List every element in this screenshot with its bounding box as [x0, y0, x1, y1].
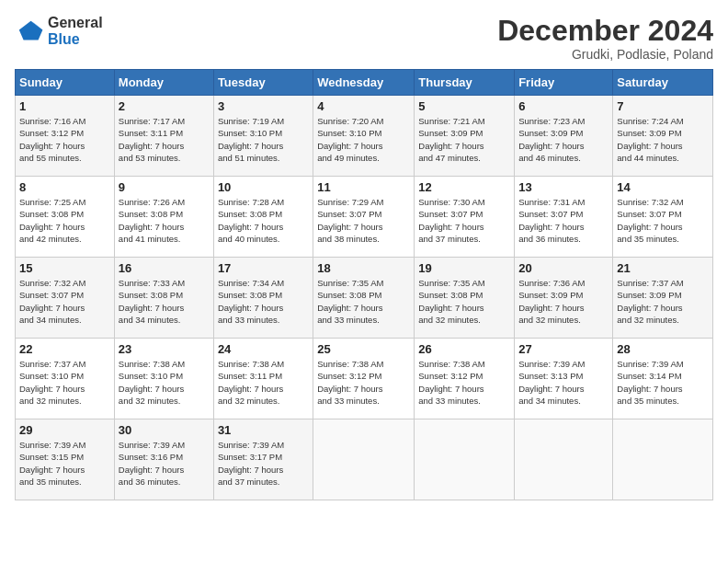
day-info: Sunrise: 7:37 AM Sunset: 3:09 PM Dayligh…	[617, 277, 709, 326]
day-info: Sunrise: 7:39 AM Sunset: 3:15 PM Dayligh…	[19, 439, 110, 488]
calendar-day-cell: 19Sunrise: 7:35 AM Sunset: 3:08 PM Dayli…	[415, 258, 515, 339]
calendar-day-cell: 8Sunrise: 7:25 AM Sunset: 3:08 PM Daylig…	[16, 177, 115, 258]
day-info: Sunrise: 7:32 AM Sunset: 3:07 PM Dayligh…	[617, 196, 709, 245]
calendar-day-cell: 25Sunrise: 7:38 AM Sunset: 3:12 PM Dayli…	[313, 339, 415, 419]
calendar-day-cell: 31Sunrise: 7:39 AM Sunset: 3:17 PM Dayli…	[213, 419, 313, 500]
day-info: Sunrise: 7:38 AM Sunset: 3:10 PM Dayligh…	[119, 358, 210, 407]
calendar-day-cell: 5Sunrise: 7:21 AM Sunset: 3:09 PM Daylig…	[415, 96, 515, 177]
calendar-day-cell: 11Sunrise: 7:29 AM Sunset: 3:07 PM Dayli…	[313, 177, 415, 258]
day-info: Sunrise: 7:39 AM Sunset: 3:14 PM Dayligh…	[617, 358, 709, 407]
day-number: 9	[119, 180, 210, 194]
calendar-day-cell: 14Sunrise: 7:32 AM Sunset: 3:07 PM Dayli…	[613, 177, 713, 258]
weekday-header: Wednesday	[313, 70, 415, 96]
day-number: 15	[19, 261, 110, 275]
calendar-day-cell: 12Sunrise: 7:30 AM Sunset: 3:07 PM Dayli…	[415, 177, 515, 258]
calendar-table: SundayMondayTuesdayWednesdayThursdayFrid…	[15, 69, 713, 500]
day-number: 2	[119, 99, 210, 113]
weekday-header: Thursday	[415, 70, 515, 96]
day-number: 10	[218, 180, 309, 194]
logo-text: General Blue	[48, 15, 103, 48]
day-info: Sunrise: 7:39 AM Sunset: 3:16 PM Dayligh…	[119, 439, 210, 488]
calendar-week-row: 8Sunrise: 7:25 AM Sunset: 3:08 PM Daylig…	[16, 177, 713, 258]
day-info: Sunrise: 7:34 AM Sunset: 3:08 PM Dayligh…	[218, 277, 309, 326]
header: General Blue December 2024 Grudki, Podla…	[15, 15, 713, 62]
day-number: 24	[218, 342, 309, 356]
day-info: Sunrise: 7:26 AM Sunset: 3:08 PM Dayligh…	[119, 196, 210, 245]
calendar-day-cell: 15Sunrise: 7:32 AM Sunset: 3:07 PM Dayli…	[16, 258, 115, 339]
calendar-day-cell: 7Sunrise: 7:24 AM Sunset: 3:09 PM Daylig…	[613, 96, 713, 177]
day-number: 31	[218, 423, 309, 437]
month-title: December 2024	[497, 15, 713, 47]
calendar-week-row: 1Sunrise: 7:16 AM Sunset: 3:12 PM Daylig…	[16, 96, 713, 177]
day-info: Sunrise: 7:16 AM Sunset: 3:12 PM Dayligh…	[19, 115, 110, 164]
day-number: 3	[218, 99, 309, 113]
location: Grudki, Podlasie, Poland	[497, 47, 713, 62]
weekday-header: Sunday	[16, 70, 115, 96]
day-info: Sunrise: 7:25 AM Sunset: 3:08 PM Dayligh…	[19, 196, 110, 245]
calendar-day-cell: 26Sunrise: 7:38 AM Sunset: 3:12 PM Dayli…	[415, 339, 515, 419]
page-container: General Blue December 2024 Grudki, Podla…	[0, 0, 728, 508]
day-info: Sunrise: 7:32 AM Sunset: 3:07 PM Dayligh…	[19, 277, 110, 326]
calendar-day-cell: 13Sunrise: 7:31 AM Sunset: 3:07 PM Dayli…	[515, 177, 613, 258]
day-info: Sunrise: 7:35 AM Sunset: 3:08 PM Dayligh…	[418, 277, 510, 326]
day-number: 17	[218, 261, 309, 275]
day-number: 8	[19, 180, 110, 194]
day-info: Sunrise: 7:39 AM Sunset: 3:17 PM Dayligh…	[218, 439, 309, 488]
weekday-header-row: SundayMondayTuesdayWednesdayThursdayFrid…	[16, 70, 713, 96]
day-info: Sunrise: 7:24 AM Sunset: 3:09 PM Dayligh…	[617, 115, 709, 164]
day-info: Sunrise: 7:35 AM Sunset: 3:08 PM Dayligh…	[317, 277, 410, 326]
day-number: 23	[119, 342, 210, 356]
calendar-day-cell: 18Sunrise: 7:35 AM Sunset: 3:08 PM Dayli…	[313, 258, 415, 339]
calendar-day-cell: 17Sunrise: 7:34 AM Sunset: 3:08 PM Dayli…	[213, 258, 313, 339]
calendar-day-cell: 23Sunrise: 7:38 AM Sunset: 3:10 PM Dayli…	[114, 339, 213, 419]
day-info: Sunrise: 7:39 AM Sunset: 3:13 PM Dayligh…	[518, 358, 609, 407]
day-info: Sunrise: 7:38 AM Sunset: 3:12 PM Dayligh…	[317, 358, 410, 407]
calendar-day-cell: 28Sunrise: 7:39 AM Sunset: 3:14 PM Dayli…	[613, 339, 713, 419]
calendar-day-cell: 2Sunrise: 7:17 AM Sunset: 3:11 PM Daylig…	[114, 96, 213, 177]
calendar-day-cell: 9Sunrise: 7:26 AM Sunset: 3:08 PM Daylig…	[114, 177, 213, 258]
title-area: December 2024 Grudki, Podlasie, Poland	[497, 15, 713, 62]
day-number: 19	[418, 261, 510, 275]
day-number: 30	[119, 423, 210, 437]
day-info: Sunrise: 7:29 AM Sunset: 3:07 PM Dayligh…	[317, 196, 410, 245]
day-number: 6	[518, 99, 609, 113]
day-info: Sunrise: 7:33 AM Sunset: 3:08 PM Dayligh…	[119, 277, 210, 326]
day-number: 14	[617, 180, 709, 194]
day-number: 16	[119, 261, 210, 275]
calendar-day-cell: 21Sunrise: 7:37 AM Sunset: 3:09 PM Dayli…	[613, 258, 713, 339]
calendar-day-cell: 22Sunrise: 7:37 AM Sunset: 3:10 PM Dayli…	[16, 339, 115, 419]
day-info: Sunrise: 7:17 AM Sunset: 3:11 PM Dayligh…	[119, 115, 210, 164]
day-number: 26	[418, 342, 510, 356]
day-number: 12	[418, 180, 510, 194]
day-number: 13	[518, 180, 609, 194]
day-info: Sunrise: 7:21 AM Sunset: 3:09 PM Dayligh…	[418, 115, 510, 164]
weekday-header: Tuesday	[213, 70, 313, 96]
calendar-day-cell	[613, 419, 713, 500]
calendar-day-cell	[313, 419, 415, 500]
day-info: Sunrise: 7:19 AM Sunset: 3:10 PM Dayligh…	[218, 115, 309, 164]
day-info: Sunrise: 7:36 AM Sunset: 3:09 PM Dayligh…	[518, 277, 609, 326]
calendar-day-cell: 1Sunrise: 7:16 AM Sunset: 3:12 PM Daylig…	[16, 96, 115, 177]
calendar-day-cell: 4Sunrise: 7:20 AM Sunset: 3:10 PM Daylig…	[313, 96, 415, 177]
day-number: 20	[518, 261, 609, 275]
day-number: 28	[617, 342, 709, 356]
day-number: 18	[317, 261, 410, 275]
day-number: 11	[317, 180, 410, 194]
calendar-day-cell: 10Sunrise: 7:28 AM Sunset: 3:08 PM Dayli…	[213, 177, 313, 258]
day-info: Sunrise: 7:31 AM Sunset: 3:07 PM Dayligh…	[518, 196, 609, 245]
day-number: 4	[317, 99, 410, 113]
calendar-day-cell: 30Sunrise: 7:39 AM Sunset: 3:16 PM Dayli…	[114, 419, 213, 500]
day-number: 5	[418, 99, 510, 113]
logo-icon	[15, 17, 44, 46]
day-info: Sunrise: 7:20 AM Sunset: 3:10 PM Dayligh…	[317, 115, 410, 164]
svg-marker-0	[19, 21, 43, 40]
day-info: Sunrise: 7:37 AM Sunset: 3:10 PM Dayligh…	[19, 358, 110, 407]
day-info: Sunrise: 7:28 AM Sunset: 3:08 PM Dayligh…	[218, 196, 309, 245]
calendar-day-cell: 27Sunrise: 7:39 AM Sunset: 3:13 PM Dayli…	[515, 339, 613, 419]
day-number: 25	[317, 342, 410, 356]
calendar-day-cell: 24Sunrise: 7:38 AM Sunset: 3:11 PM Dayli…	[213, 339, 313, 419]
day-number: 27	[518, 342, 609, 356]
calendar-week-row: 29Sunrise: 7:39 AM Sunset: 3:15 PM Dayli…	[16, 419, 713, 500]
day-number: 7	[617, 99, 709, 113]
day-info: Sunrise: 7:30 AM Sunset: 3:07 PM Dayligh…	[418, 196, 510, 245]
